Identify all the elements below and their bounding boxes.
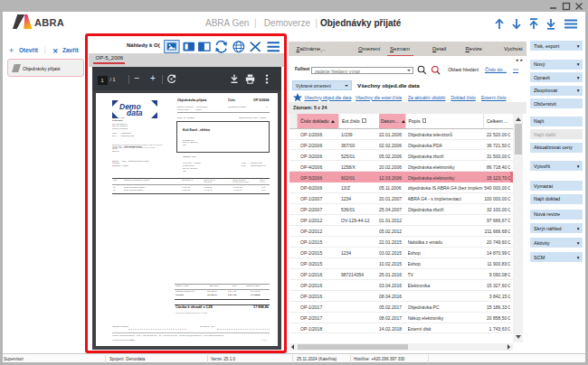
svg-text:data: data — [127, 108, 143, 117]
